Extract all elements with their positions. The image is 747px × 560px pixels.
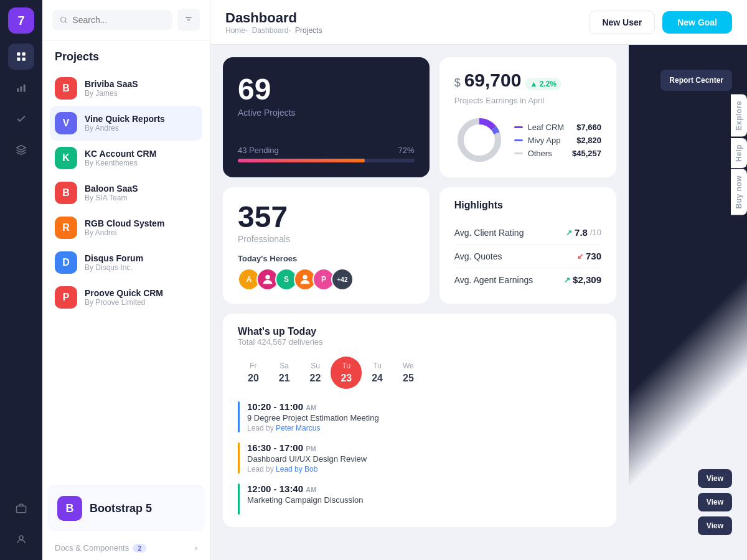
cal-day-21[interactable]: Sa 21 [269,357,300,389]
earnings-badge: ▲ 2.2% [525,78,561,90]
event-title-3: Marketing Campaign Discussion [247,495,601,505]
event-ampm-2: PM [306,445,316,452]
cal-day-20[interactable]: Fr 20 [238,357,269,389]
project-name-briviba: Briviba SaaS [85,79,138,89]
arrow-down-icon: ↙ [577,252,583,261]
calendar-card: What's up Today Total 424,567 deliveries… [223,314,616,527]
project-name-rgb: RGB Cloud System [85,218,164,228]
legend-item-others: Others $45,257 [514,149,601,158]
event-info-3: 12:00 - 13:40 AM Marketing Campaign Disc… [247,483,601,505]
main-content: Dashboard Home- Dashboard- Projects New … [210,0,747,560]
svg-marker-7 [17,146,26,151]
cal-day-23[interactable]: Tu 23 [331,357,362,389]
sidebar-item-kc[interactable]: K KC Account CRM By Keenthemes [50,141,202,175]
event-info-2: 16:30 - 17:00 PM Dashboard UI/UX Design … [247,442,601,474]
nav-icon-dashboard[interactable] [8,75,34,101]
breadcrumb: Home- Dashboard- Projects [225,26,322,35]
view-button-3[interactable]: View [698,516,732,535]
highlight-label-earnings: Avg. Agent Earnings [454,275,533,285]
event-bar-green [238,483,240,515]
event-bar-yellow [238,442,240,474]
event-lead-link-1[interactable]: Peter Marcus [276,424,320,432]
page-title: Dashboard [225,10,322,26]
pending-label: 43 Pending [238,146,279,155]
view-button-1[interactable]: View [698,469,732,488]
svg-rect-1 [22,52,26,55]
nav-icon-grid[interactable] [8,44,34,70]
legend-item-leaf: Leaf CRM $7,660 [514,123,601,132]
search-input[interactable] [72,15,165,25]
highlight-val-earnings: ↗ $2,309 [564,274,601,285]
event-lead-link-2[interactable]: Lead by Bob [276,465,317,474]
content-main: 69 Active Projects 43 Pending 72% [210,45,629,560]
side-tab-buy[interactable]: Buy now [731,169,747,215]
project-name-baloon: Baloon SaaS [85,184,138,194]
nav-icon-layers[interactable] [8,137,34,163]
project-info-briviba: Briviba SaaS By James [85,79,138,98]
cal-day-name-21: Sa [280,362,289,370]
pending-pct: 72% [398,146,415,155]
professionals-card: 357 Professionals Today's Heroes A S [223,187,430,304]
cal-day-name-25: We [403,362,414,370]
highlight-val-quotes: ↙ 730 [577,251,601,261]
sidebar-item-proove[interactable]: P Proove Quick CRM By Proove Limited [50,280,202,315]
event-ampm-1: AM [306,404,316,411]
event-info-1: 10:20 - 11:00 AM 9 Degree Project Estima… [247,401,601,432]
sidebar-item-vine[interactable]: V Vine Quick Reports By Andres [50,106,202,141]
nav-icon-user-bottom[interactable] [8,526,34,553]
side-tab-explore[interactable]: Explore [731,95,747,137]
nav-icon-briefcase[interactable] [8,495,34,521]
new-user-button[interactable]: New User [589,11,655,34]
project-info-baloon: Baloon SaaS By SIA Team [85,184,138,202]
new-goal-button[interactable]: New Goal [662,11,732,34]
sidebar-item-disqus[interactable]: D Disqus Forum By Disqus Inc. [50,245,202,280]
bootstrap-label: Bootstrap 5 [90,502,152,515]
sidebar-search-header [42,0,210,40]
professionals-count: 357 [238,200,415,234]
event-ampm-3: AM [306,486,316,493]
search-wrap[interactable] [52,10,172,30]
svg-rect-0 [17,52,20,55]
heroes-section: Today's Heroes A S P +42 [238,254,415,291]
project-icon-rgb: R [55,217,77,239]
legend-dot-leaf [514,126,523,128]
legend-label-others: Others [528,149,552,158]
project-by-vine: By Andres [85,124,165,133]
highlights-card: Highlights Avg. Client Rating ↗ 7.8 /10 … [439,187,616,304]
cal-day-24[interactable]: Tu 24 [362,357,393,389]
project-by-baloon: By SIA Team [85,194,138,202]
progress-bar-fill [238,159,365,162]
cal-day-22[interactable]: Su 22 [300,357,331,389]
sidebar-item-baloon[interactable]: B Baloon SaaS By SIA Team [50,175,202,210]
earnings-amount: 69,700 [464,70,522,91]
earnings-top: $ 69,700 ▲ 2.2% [454,70,601,91]
active-projects-count: 69 [238,72,415,106]
project-list: B Briviba SaaS By James V Vine Quick Rep… [42,71,210,480]
nav-icon-check[interactable] [8,106,34,132]
cal-day-25[interactable]: We 25 [393,357,424,389]
sidebar-item-rgb[interactable]: R RGB Cloud System By Andrei [50,210,202,245]
view-button-2[interactable]: View [698,493,732,511]
progress-bar-background [238,159,415,162]
user-avatar[interactable]: 7 [8,7,34,34]
highlight-label-quotes: Avg. Quotes [454,251,502,261]
legend-value-leaf: $7,660 [576,123,601,132]
filter-button[interactable] [177,9,200,31]
heroes-label: Today's Heroes [238,254,415,263]
cal-day-num-20: 20 [248,373,259,384]
event-item-2: 16:30 - 17:00 PM Dashboard UI/UX Design … [238,442,601,474]
sidebar-bottom-card: B Bootstrap 5 [47,485,205,531]
donut-chart [454,115,504,165]
active-projects-card: 69 Active Projects 43 Pending 72% [223,57,430,177]
svg-point-18 [265,275,270,279]
event-item-3: 12:00 - 13:40 AM Marketing Campaign Disc… [238,483,601,515]
sidebar-item-briviba[interactable]: B Briviba SaaS By James [50,71,202,106]
event-time-1: 10:20 - 11:00 AM [247,401,601,412]
docs-link[interactable]: Docs & Components 2 › [42,536,210,560]
side-tab-help[interactable]: Help [731,138,747,168]
project-by-proove: By Proove Limited [85,298,163,307]
breadcrumb-current: Projects [295,26,322,35]
calendar-title: What's up Today [238,326,601,337]
report-center-button[interactable]: Report Cecnter [660,70,732,91]
cal-day-name-22: Su [311,362,320,370]
